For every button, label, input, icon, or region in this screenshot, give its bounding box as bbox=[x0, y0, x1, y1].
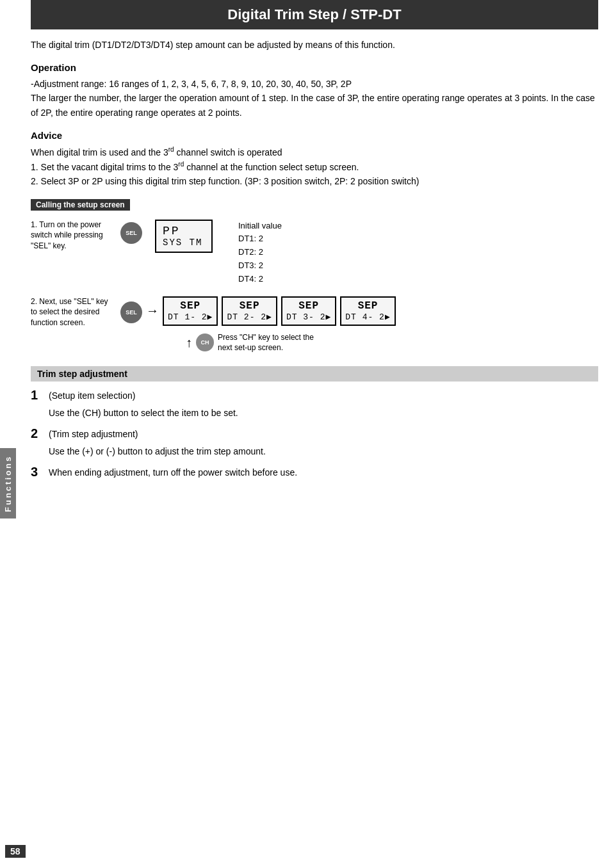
dt3-value: DT3: 2 bbox=[238, 259, 282, 273]
step2-label: 2. Next, use "SEL" key to select the des… bbox=[31, 297, 108, 328]
diagram-step2: 2. Next, use "SEL" key to select the des… bbox=[31, 296, 598, 354]
advice-line3: 2. Select 3P or 2P using this digital tr… bbox=[31, 176, 419, 186]
screen2-line2: DT 2- 2▶ bbox=[227, 312, 272, 322]
operation-header: Operation bbox=[31, 62, 598, 73]
screen-2: SEP DT 2- 2▶ bbox=[222, 296, 277, 326]
operation-detail: The larger the number, the larger the op… bbox=[31, 93, 595, 117]
trim-step-2: 2 (Trim step adjustment) bbox=[31, 426, 598, 441]
step3-text: When ending adjustment, turn off the pow… bbox=[49, 465, 297, 478]
screen4-line2: DT 4- 2▶ bbox=[345, 312, 390, 322]
screens-row: SEP DT 1- 2▶ SEP DT 2- 2▶ SEP DT 3- 2▶ bbox=[163, 296, 396, 326]
screen1-line1: SEP bbox=[168, 300, 213, 312]
advice-line1: When digital trim is used and the 3rd ch… bbox=[31, 147, 282, 157]
screen2-line1: SEP bbox=[227, 300, 272, 312]
sel-button-1[interactable]: SEL bbox=[120, 222, 142, 244]
advice-content: When digital trim is used and the 3rd ch… bbox=[31, 145, 598, 188]
lcd-display: PP SYS TM bbox=[155, 220, 213, 253]
step2-right: SEL → SEP DT 1- 2▶ SEP DT 2- 2▶ bbox=[120, 296, 396, 354]
lcd-line1: PP bbox=[163, 225, 205, 237]
sidebar-label: Functions bbox=[0, 448, 16, 518]
trim-step-3: 3 When ending adjustment, turn off the p… bbox=[31, 465, 598, 479]
step1-right: PP SYS TM Initiall value DT1: 2 DT2: 2 D… bbox=[149, 220, 282, 286]
step2-desc: Use the (+) or (-) button to adjust the … bbox=[49, 445, 598, 458]
page-title: Digital Trim Step / STP-DT bbox=[31, 0, 598, 29]
setup-screen-label-container: Calling the setup screen bbox=[31, 199, 598, 214]
step1-text: 1. Turn on the power switch while pressi… bbox=[31, 220, 114, 252]
screen4-line1: SEP bbox=[345, 300, 390, 312]
ch-button[interactable]: CH bbox=[196, 334, 214, 351]
step-number-3: 3 bbox=[31, 465, 45, 479]
screen-1: SEP DT 1- 2▶ bbox=[163, 296, 218, 326]
step1-desc: Use the (CH) button to select the item t… bbox=[49, 406, 598, 420]
advice-header: Advice bbox=[31, 130, 598, 141]
screen-4: SEP DT 4- 2▶ bbox=[340, 296, 395, 326]
arrow-right-1: → bbox=[146, 303, 159, 318]
screen3-line1: SEP bbox=[286, 300, 331, 312]
screen3-line2: DT 3- 2▶ bbox=[286, 312, 331, 322]
arrow-up: ↑ bbox=[186, 335, 192, 350]
step1-label: 1. Turn on the power switch while pressi… bbox=[31, 220, 103, 251]
trim-step-header: Trim step adjustment bbox=[31, 366, 598, 382]
page-container: Functions Digital Trim Step / STP-DT The… bbox=[0, 0, 611, 868]
diagram-step1: 1. Turn on the power switch while pressi… bbox=[31, 220, 598, 286]
initial-value-box: Initiall value DT1: 2 DT2: 2 DT3: 2 DT4:… bbox=[238, 220, 282, 286]
sel-button-2[interactable]: SEL bbox=[120, 301, 142, 323]
dt2-value: DT2: 2 bbox=[238, 246, 282, 259]
press-text: Press "CH" key to select the next set-up… bbox=[218, 332, 320, 354]
lcd-line2: SYS TM bbox=[163, 237, 205, 248]
operation-range: -Adjustment range: 16 ranges of 1, 2, 3,… bbox=[31, 79, 352, 89]
trim-step-1: 1 (Setup item selection) bbox=[31, 388, 598, 403]
step-number-1: 1 bbox=[31, 388, 45, 403]
operation-content: -Adjustment range: 16 ranges of 1, 2, 3,… bbox=[31, 77, 598, 120]
dt4-value: DT4: 2 bbox=[238, 273, 282, 286]
step2-title: (Trim step adjustment) bbox=[49, 426, 138, 439]
main-content: Digital Trim Step / STP-DT The digital t… bbox=[18, 0, 611, 496]
initial-value-label: Initiall value bbox=[238, 220, 282, 233]
step1-title: (Setup item selection) bbox=[49, 388, 135, 401]
screen1-line2: DT 1- 2▶ bbox=[168, 312, 213, 322]
setup-screen-label: Calling the setup screen bbox=[31, 199, 130, 211]
sel-arrow-row: SEL → SEP DT 1- 2▶ SEP DT 2- 2▶ bbox=[120, 296, 396, 326]
advice-line2: 1. Set the vacant digital trims to the 3… bbox=[31, 162, 359, 172]
intro-text: The digital trim (DT1/DT2/DT3/DT4) step … bbox=[31, 38, 598, 52]
trim-step-section: Trim step adjustment 1 (Setup item selec… bbox=[31, 366, 598, 479]
step2-text: 2. Next, use "SEL" key to select the des… bbox=[31, 296, 114, 328]
dt1-value: DT1: 2 bbox=[238, 232, 282, 246]
setup-diagram: Calling the setup screen 1. Turn on the … bbox=[31, 199, 598, 354]
page-number: 58 bbox=[5, 845, 26, 858]
screen-3: SEP DT 3- 2▶ bbox=[281, 296, 336, 326]
ch-button-row: ↑ CH Press "CH" key to select the next s… bbox=[150, 332, 320, 354]
step-number-2: 2 bbox=[31, 426, 45, 441]
